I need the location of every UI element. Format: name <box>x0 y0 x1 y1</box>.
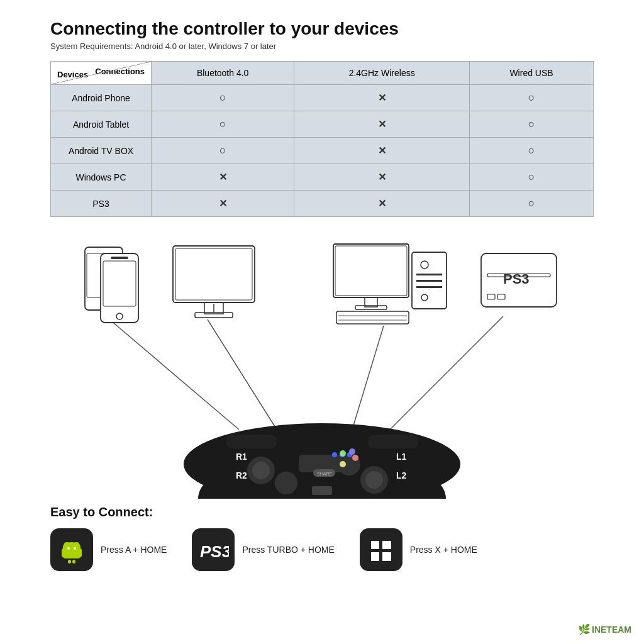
svg-text:L2: L2 <box>396 470 407 480</box>
table-row: Android Phone○✕○ <box>51 85 594 111</box>
svg-rect-75 <box>370 549 392 550</box>
svg-text:PS3: PS3 <box>200 542 229 561</box>
cell-bluetooth: ✕ <box>152 164 294 191</box>
diagram-area: PS3 R1 R2 <box>50 235 594 499</box>
windows-icon <box>367 536 395 564</box>
svg-point-56 <box>340 450 346 457</box>
page-title: Connecting the controller to your device… <box>50 19 594 39</box>
cell-bluetooth: ○ <box>152 85 294 111</box>
device-name: Android TV BOX <box>51 138 152 164</box>
easy-connect-section: Easy to Connect: <box>50 505 594 571</box>
cell-wired: ○ <box>470 111 594 138</box>
svg-rect-10 <box>111 257 128 259</box>
svg-rect-23 <box>416 280 442 282</box>
svg-rect-65 <box>68 560 71 564</box>
svg-text:R1: R1 <box>236 452 247 462</box>
svg-point-52 <box>332 452 337 457</box>
devices-label: Devices <box>57 70 88 79</box>
svg-rect-11 <box>173 246 255 303</box>
easy-connect-title: Easy to Connect: <box>50 505 594 519</box>
device-name: Windows PC <box>51 164 152 191</box>
svg-line-2 <box>352 326 384 430</box>
windows-instruction: Press X + HOME <box>410 545 477 555</box>
svg-rect-70 <box>371 541 380 550</box>
svg-rect-74 <box>379 540 380 562</box>
table-row: Android Tablet○✕○ <box>51 111 594 138</box>
svg-rect-33 <box>497 294 505 299</box>
col-wireless: 2.4GHz Wireless <box>294 62 470 85</box>
svg-rect-16 <box>333 244 409 297</box>
svg-rect-66 <box>72 560 75 564</box>
windows-icon-box <box>360 528 402 571</box>
cell-wired: ○ <box>470 138 594 164</box>
watermark: 🌿 INETEAM <box>578 623 631 635</box>
diagram-svg: PS3 R1 R2 <box>50 235 594 499</box>
svg-point-21 <box>421 261 428 269</box>
svg-point-57 <box>349 448 355 455</box>
android-icon-box <box>50 528 93 571</box>
col-bluetooth: Bluetooth 4.0 <box>152 62 294 85</box>
svg-text:R2: R2 <box>236 470 247 480</box>
cell-bluetooth: ✕ <box>152 191 294 217</box>
device-name: Android Phone <box>51 85 152 111</box>
svg-point-48 <box>275 472 297 494</box>
cell-bluetooth: ○ <box>152 138 294 164</box>
svg-point-25 <box>421 294 428 301</box>
cell-wired: ○ <box>470 164 594 191</box>
vine-icon: 🌿 <box>578 623 591 635</box>
connections-label: Connections <box>95 67 145 76</box>
svg-rect-24 <box>416 286 442 288</box>
cell-wireless: ✕ <box>294 85 470 111</box>
svg-rect-17 <box>335 246 407 296</box>
svg-point-58 <box>340 461 346 467</box>
svg-point-47 <box>365 471 383 489</box>
svg-rect-38 <box>226 435 277 448</box>
android-icon <box>58 536 86 564</box>
svg-rect-64 <box>78 548 82 557</box>
svg-rect-19 <box>355 306 387 309</box>
svg-rect-51 <box>312 486 332 495</box>
table-row: Android TV BOX○✕○ <box>51 138 594 164</box>
svg-rect-63 <box>62 548 65 557</box>
cell-wired: ○ <box>470 191 594 217</box>
watermark-text: INETEAM <box>592 625 631 635</box>
svg-point-67 <box>67 547 70 550</box>
android-instruction: Press A + HOME <box>101 545 167 555</box>
svg-rect-14 <box>195 313 233 318</box>
cell-bluetooth: ○ <box>152 111 294 138</box>
svg-line-1 <box>208 319 277 430</box>
cell-wireless: ✕ <box>294 138 470 164</box>
connect-items: Press A + HOME PS3 Press TURBO + HOME <box>50 528 594 571</box>
svg-text:L1: L1 <box>396 452 407 462</box>
svg-point-45 <box>252 462 270 479</box>
connect-item-ps3: PS3 Press TURBO + HOME <box>192 528 334 571</box>
cell-wireless: ✕ <box>294 111 470 138</box>
svg-rect-12 <box>175 248 252 300</box>
ps3-icon-box: PS3 <box>192 528 235 571</box>
svg-rect-72 <box>371 552 380 561</box>
table-row: PS3✕✕○ <box>51 191 594 217</box>
device-name: Android Tablet <box>51 111 152 138</box>
svg-point-68 <box>74 547 76 550</box>
svg-rect-71 <box>382 541 391 550</box>
ps3-instruction: Press TURBO + HOME <box>242 545 334 555</box>
svg-rect-73 <box>382 552 391 561</box>
page-subtitle: System Requirements: Android 4.0 or late… <box>50 42 594 51</box>
svg-rect-39 <box>368 435 418 448</box>
col-wired: Wired USB <box>470 62 594 85</box>
svg-rect-32 <box>487 294 495 299</box>
table-row: Windows PC✕✕○ <box>51 164 594 191</box>
page-wrapper: Connecting the controller to your device… <box>0 0 644 644</box>
connect-item-windows: Press X + HOME <box>360 528 477 571</box>
svg-rect-26 <box>336 311 409 324</box>
table-corner: Connections Devices <box>51 62 152 85</box>
compatibility-table: Connections Devices Bluetooth 4.0 2.4GHz… <box>50 61 594 217</box>
svg-text:SHARE: SHARE <box>317 472 332 476</box>
svg-point-55 <box>352 455 358 461</box>
svg-rect-22 <box>416 274 442 275</box>
cell-wired: ○ <box>470 85 594 111</box>
connect-item-android: Press A + HOME <box>50 528 167 571</box>
svg-rect-7 <box>101 253 138 323</box>
cell-wireless: ✕ <box>294 191 470 217</box>
device-name: PS3 <box>51 191 152 217</box>
